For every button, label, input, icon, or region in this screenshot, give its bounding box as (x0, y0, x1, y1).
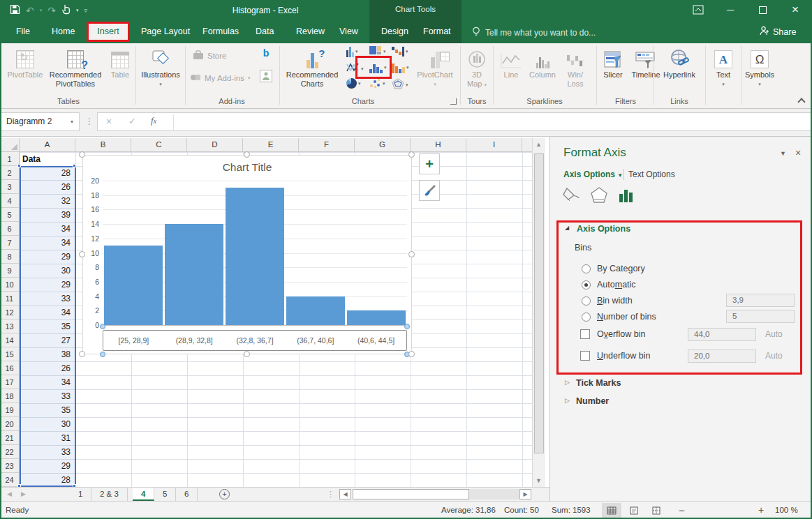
sheet-tab-6[interactable]: 6 (176, 488, 198, 501)
cell-A24[interactable]: 28 (20, 473, 74, 487)
underflow-bin-input[interactable]: 20,0 (688, 349, 756, 363)
touch-mode-dropdown-icon[interactable]: ▾ (76, 8, 79, 13)
row-header-22[interactable]: 22 (0, 445, 20, 459)
insert-histogram-chart-button[interactable]: ▾ (369, 62, 387, 73)
tab-view[interactable]: View (332, 22, 365, 42)
normal-view-button[interactable] (602, 503, 621, 518)
tick-marks-expand-icon[interactable]: ▷ (565, 379, 570, 386)
insert-radar-chart-button[interactable]: ▾ (392, 78, 408, 91)
panel-close-icon[interactable]: × (795, 147, 801, 158)
bing-maps-icon[interactable]: b (260, 47, 272, 60)
row-header-16[interactable]: 16 (0, 361, 20, 375)
axis-selection-handle[interactable] (404, 324, 410, 329)
row-header-9[interactable]: 9 (0, 264, 20, 278)
zoom-out-button[interactable]: − (679, 502, 685, 519)
tab-home[interactable]: Home (45, 22, 82, 42)
cell-A22[interactable]: 33 (20, 445, 74, 459)
tab-review[interactable]: Review (289, 22, 332, 42)
tab-format[interactable]: Format (416, 22, 458, 42)
save-icon[interactable] (10, 4, 20, 17)
panel-tab-text-options[interactable]: Text Options (628, 170, 675, 179)
panel-tab-axis-options[interactable]: Axis Options ▼ (563, 170, 623, 179)
people-graph-icon[interactable] (260, 70, 272, 82)
column-header-F[interactable]: F (299, 138, 355, 151)
charts-dialog-launcher-icon[interactable] (450, 98, 457, 105)
share-button[interactable]: Share (760, 26, 796, 38)
cell-A16[interactable]: 26 (20, 361, 74, 375)
axis-selection-handle[interactable] (100, 352, 105, 357)
chart-selection-handle[interactable] (408, 351, 415, 357)
chart-selection-handle[interactable] (79, 351, 85, 357)
histogram-chart[interactable]: Chart Title [25, 28,9](28,9, 32,8](32,8,… (82, 155, 412, 354)
row-header-14[interactable]: 14 (0, 333, 20, 347)
axis-options-chart-icon[interactable] (618, 187, 635, 206)
horizontal-scroll-thumb[interactable] (353, 489, 469, 499)
cell-A15[interactable]: 38 (20, 347, 74, 361)
cell-A1[interactable]: Data (20, 153, 75, 166)
cell-A8[interactable]: 29 (20, 250, 74, 264)
row-header-8[interactable]: 8 (0, 250, 20, 264)
cell-A6[interactable]: 34 (20, 222, 74, 236)
bin-width-radio[interactable] (582, 296, 591, 306)
column-header-A[interactable]: A (20, 138, 75, 151)
overflow-bin-input[interactable]: 44,0 (688, 328, 756, 341)
row-header-10[interactable]: 10 (0, 278, 20, 292)
select-all-corner[interactable] (0, 138, 20, 151)
axis-options-section-header[interactable]: Axis Options (577, 224, 630, 234)
cell-A17[interactable]: 34 (20, 375, 74, 389)
name-box[interactable]: Diagramm 2 ▾ (0, 112, 80, 131)
insert-pie-chart-button[interactable]: ▾ (346, 78, 361, 89)
number-of-bins-input[interactable]: 5 (726, 310, 795, 323)
insert-function-icon[interactable]: fx (151, 115, 156, 126)
pivotchart-button[interactable]: PivotChart ▾ (413, 45, 457, 89)
row-header-24[interactable]: 24 (0, 473, 20, 487)
sheet-tab-1[interactable]: 1 (70, 488, 91, 501)
bin-width-label[interactable]: Bin width (597, 296, 633, 306)
symbols-button[interactable]: Ω Symbols ▾ (743, 45, 776, 89)
tab-formulas[interactable]: Formulas (195, 22, 246, 42)
tab-insert[interactable]: Insert (88, 22, 128, 42)
store-button[interactable]: Store (193, 50, 227, 61)
fill-line-icon[interactable] (562, 186, 580, 206)
row-header-19[interactable]: 19 (0, 403, 20, 417)
sparkline-winloss-button[interactable]: Win/ Loss (560, 45, 591, 89)
chart-title[interactable]: Chart Title (83, 161, 411, 174)
x-axis-labels-box[interactable]: [25, 28,9](28,9, 32,8](32,8, 36,7](36,7,… (103, 330, 407, 351)
row-header-15[interactable]: 15 (0, 347, 20, 361)
cell-A5[interactable]: 39 (20, 208, 74, 222)
cell-A4[interactable]: 32 (20, 194, 74, 208)
chart-styles-button[interactable] (419, 180, 440, 201)
cell-A11[interactable]: 33 (20, 292, 74, 306)
underflow-bin-checkbox[interactable] (580, 351, 590, 361)
row-header-6[interactable]: 6 (0, 222, 20, 236)
row-header-2[interactable]: 2 (0, 166, 20, 180)
cell-A18[interactable]: 33 (20, 389, 74, 403)
row-header-21[interactable]: 21 (0, 431, 20, 445)
column-header-C[interactable]: C (131, 138, 187, 151)
column-header-H[interactable]: H (411, 138, 466, 151)
axis-options-collapse-icon[interactable]: ◢ (565, 225, 569, 231)
underflow-bin-label[interactable]: Underflow bin (597, 351, 650, 361)
row-header-20[interactable]: 20 (0, 417, 20, 431)
column-header-E[interactable]: E (243, 138, 299, 151)
cell-A19[interactable]: 35 (20, 403, 74, 417)
histogram-bar[interactable] (104, 246, 163, 325)
overflow-bin-label[interactable]: Overflow bin (597, 329, 645, 339)
effects-icon[interactable] (590, 186, 608, 206)
insert-hierarchy-chart-button[interactable]: ▾ (369, 46, 386, 57)
panel-options-dropdown-icon[interactable]: ▼ (780, 150, 786, 157)
tab-design[interactable]: Design (374, 22, 415, 42)
insert-waterfall-chart-button[interactable]: ▾ (392, 46, 408, 57)
undo-icon[interactable]: ↶ (26, 5, 34, 16)
name-box-dropdown-icon[interactable]: ▾ (71, 113, 73, 130)
row-header-13[interactable]: 13 (0, 319, 20, 333)
by-category-label[interactable]: By Category (597, 264, 645, 273)
formula-input[interactable] (176, 113, 809, 130)
tab-split-handle[interactable]: ⋮ (327, 490, 334, 499)
column-header-B[interactable]: B (75, 138, 131, 151)
cell-A3[interactable]: 26 (20, 180, 74, 194)
cell-A14[interactable]: 27 (20, 333, 74, 347)
automatic-label[interactable]: Automatic (597, 280, 636, 289)
page-layout-view-button[interactable] (624, 503, 644, 518)
number-of-bins-label[interactable]: Number of bins (597, 312, 656, 322)
